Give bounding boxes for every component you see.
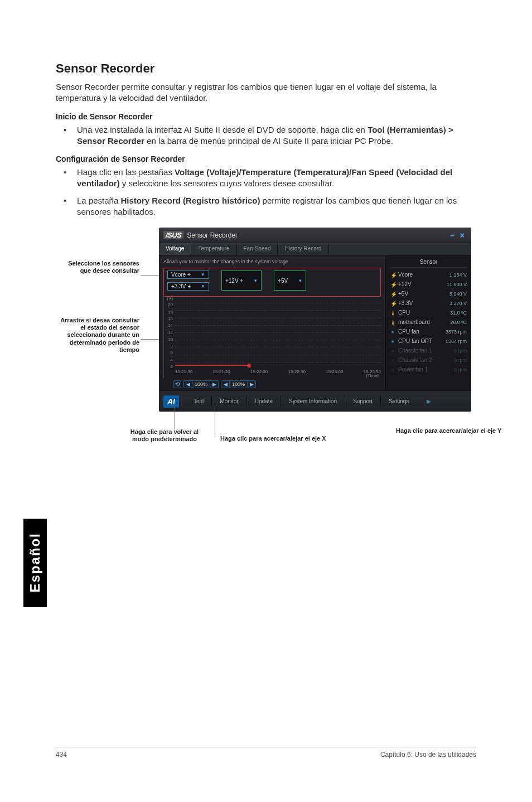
bolt-icon: ⚡ — [390, 291, 396, 297]
annotated-screenshot: Seleccione los sensores que desee consul… — [56, 228, 476, 462]
bullet-history: La pestaña History Record (Registro hist… — [56, 195, 476, 218]
page-footer: 434 Capítulo 6: Uso de las utilidades — [56, 747, 476, 758]
chevron-right-icon[interactable]: ▶ — [423, 398, 434, 404]
subhead-start: Inicio de Sensor Recorder — [56, 112, 476, 121]
side-panel-title: Sensor — [390, 259, 467, 268]
zoom-y-in-button[interactable]: ▶ — [248, 381, 255, 387]
fan-icon: ✶ — [390, 329, 396, 335]
chevron-down-icon: ▼ — [298, 278, 302, 283]
zoom-reset-button[interactable]: ⟲ — [173, 380, 181, 388]
chart-caption: Allows you to monitor the changes in the… — [163, 259, 381, 264]
sensor-row-power-fan-1[interactable]: ✶Power fan 10 rpm — [390, 365, 467, 374]
callout-zoom-x: Haga clic para acercar/alejar el eje X — [220, 435, 388, 442]
fan-icon: ✶ — [390, 348, 396, 354]
page-number: 434 — [56, 751, 67, 758]
sensor-recorder-window: /SUS Sensor Recorder – × Voltage Tempera… — [159, 228, 471, 412]
x-axis-label: (Time) — [366, 373, 379, 378]
sensor-row-cpu-temp[interactable]: 🌡CPU31.0 ºC — [390, 308, 467, 317]
chevron-down-icon: ▼ — [253, 278, 258, 283]
section-intro: Sensor Recorder permite consultar y regi… — [56, 81, 476, 104]
close-button[interactable]: × — [460, 231, 465, 240]
zoom-x-value: 100% — [192, 381, 210, 387]
sensor-row-vcore[interactable]: ⚡Vcore1.154 V — [390, 270, 467, 279]
fan-icon: ✶ — [390, 357, 396, 363]
ai-suite-logo[interactable]: AI — [163, 395, 179, 408]
zoom-x-out-button[interactable]: ◀ — [184, 381, 192, 387]
thermometer-icon: 🌡 — [390, 320, 396, 325]
fan-icon: ✶ — [390, 339, 396, 344]
thermometer-icon: 🌡 — [390, 310, 396, 316]
minimize-button[interactable]: – — [450, 231, 454, 240]
callout-reset: Haga clic para volver al modo predetermi… — [128, 428, 201, 443]
zoom-x-control: ◀ 100% ▶ — [183, 380, 219, 388]
sensor-row-mb-temp[interactable]: 🌡motherboard28.0 ºC — [390, 317, 467, 327]
chart-plot-area — [175, 296, 381, 369]
bullet-tabs: Haga clic en las pestañas Voltage (Volta… — [56, 167, 476, 190]
y-axis: (V) 20 18 16 14 12 10 8 6 4 2 — [164, 296, 174, 369]
bullet-start: Una vez instalada la interfaz AI Suite I… — [56, 124, 476, 147]
chapter-title: Capítulo 6: Uso de las utilidades — [380, 751, 476, 758]
chevron-down-icon: ▼ — [201, 272, 205, 277]
series-runner — [247, 364, 251, 368]
fan-icon: ✶ — [390, 367, 396, 373]
tab-bar: Voltage Temperature Fan Speed History Re… — [159, 243, 471, 255]
sensor-row-12v[interactable]: ⚡+12V11.900 V — [390, 279, 467, 289]
x-axis: 15:21:30 15:21:30 15:22:00 15:22:30 15:2… — [175, 369, 381, 378]
select-vcore[interactable]: Vcore +▼ — [167, 270, 209, 279]
tab-voltage[interactable]: Voltage — [159, 243, 191, 255]
window-title: Sensor Recorder — [187, 231, 238, 239]
callout-select-sensors: Seleccione los sensores que desee consul… — [56, 260, 139, 274]
bb-sysinfo-button[interactable]: System Information — [281, 396, 345, 407]
sensor-side-panel: Sensor ⚡Vcore1.154 V ⚡+12V11.900 V ⚡+5V5… — [385, 255, 471, 390]
select-12v[interactable]: +12V +▼ — [221, 270, 262, 291]
subhead-config: Configuración de Sensor Recorder — [56, 154, 476, 163]
callout-zoom-y: Haga clic para acercar/alejar el eje Y — [396, 427, 532, 434]
brand-logo: /SUS — [163, 231, 183, 239]
chart-panel: Allows you to monitor the changes in the… — [159, 255, 385, 390]
series-line-vcore — [175, 365, 247, 366]
titlebar: /SUS Sensor Recorder – × — [159, 228, 471, 243]
zoom-y-out-button[interactable]: ◀ — [221, 381, 229, 387]
sensor-row-5v[interactable]: ⚡+5V5.040 V — [390, 289, 467, 298]
voltage-chart[interactable]: (V) 20 18 16 14 12 10 8 6 4 2 — [163, 296, 381, 378]
section-title: Sensor Recorder — [56, 61, 476, 76]
zoom-x-in-button[interactable]: ▶ — [210, 381, 218, 387]
sensor-select-row: Vcore +▼ +3.3V +▼ +12V +▼ +5V▼ — [163, 268, 381, 297]
chevron-down-icon: ▼ — [201, 284, 205, 289]
bb-tool-button[interactable]: Tool — [186, 396, 212, 407]
tab-fan-speed[interactable]: Fan Speed — [237, 243, 278, 255]
zoom-y-control: ◀ 100% ▶ — [221, 380, 256, 388]
callout-drag-timeline: Arrastre si desea consultar el estado de… — [56, 317, 139, 354]
sensor-row-chassis-fan-1[interactable]: ✶Chassis fan 10 rpm — [390, 346, 467, 355]
select-5v[interactable]: +5V▼ — [274, 270, 306, 291]
sensor-row-cpu-fan-opt[interactable]: ✶CPU fan OPT1364 rpm — [390, 336, 467, 346]
select-3v3[interactable]: +3.3V +▼ — [167, 282, 209, 291]
tab-history-record[interactable]: History Record — [278, 243, 328, 255]
bolt-icon: ⚡ — [390, 301, 396, 306]
zoom-y-value: 100% — [229, 381, 248, 387]
language-tab: Español — [23, 519, 47, 607]
bb-settings-button[interactable]: Settings — [381, 396, 417, 407]
bottom-toolbar: AI Tool Monitor Update System Informatio… — [159, 390, 471, 412]
bolt-icon: ⚡ — [390, 272, 396, 278]
sensor-row-3v3[interactable]: ⚡+3.3V3.370 V — [390, 298, 467, 308]
bb-support-button[interactable]: Support — [345, 396, 381, 407]
bb-update-button[interactable]: Update — [247, 396, 281, 407]
bb-monitor-button[interactable]: Monitor — [212, 396, 246, 407]
sensor-row-chassis-fan-2[interactable]: ✶Chassis fan 20 rpm — [390, 355, 467, 365]
sensor-row-cpu-fan[interactable]: ✶CPU fan3573 rpm — [390, 327, 467, 336]
tab-temperature[interactable]: Temperature — [191, 243, 236, 255]
zoom-controls: ⟲ ◀ 100% ▶ ◀ 100% ▶ — [173, 380, 256, 388]
bolt-icon: ⚡ — [390, 282, 396, 287]
